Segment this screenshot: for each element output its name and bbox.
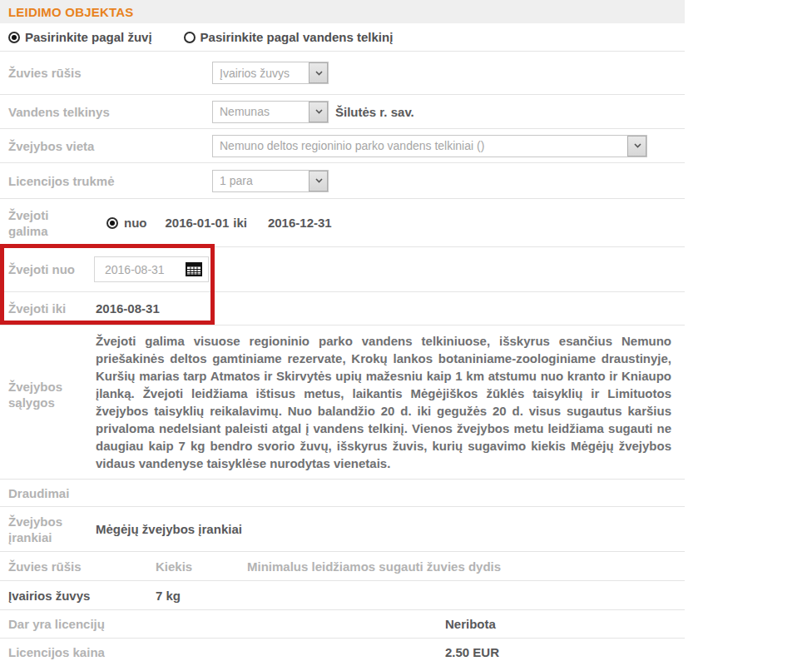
fishing-place-value: Nemuno deltos regioninio parko vandens t… (213, 136, 627, 157)
radio-selected-icon[interactable] (8, 32, 20, 43)
prohibitions-row: Draudimai (0, 480, 685, 507)
fish-species-row: Žuvies rūšis Įvairios žuvys (0, 52, 685, 95)
fishing-from-input[interactable] (105, 263, 181, 276)
prohibitions-label: Draudimai (8, 485, 69, 501)
section-header: LEIDIMO OBJEKTAS (0, 0, 685, 23)
catch-col-species: Žuvies rūšis (8, 559, 156, 574)
fishing-from-field[interactable] (94, 256, 209, 282)
selection-mode-row: Pasirinkite pagal žuvį Pasirinkite pagal… (0, 23, 685, 52)
fishing-from-label: Žvejoti nuo (8, 261, 87, 277)
catch-species-value: Įvairios žuvys (8, 589, 156, 603)
water-body-row: Vandens telkinys Nemunas Šilutės r. sav. (0, 95, 685, 129)
chevron-down-icon[interactable] (309, 62, 328, 83)
radio-unselected-icon[interactable] (184, 32, 196, 43)
gear-row: Žvejybos įrankiai Mėgėjų žvejybos įranki… (0, 507, 685, 552)
license-duration-label: Licencijos trukmė (8, 173, 212, 189)
radio-by-water-label: Pasirinkite pagal vandens telkinį (201, 30, 394, 44)
fishing-place-select[interactable]: Nemuno deltos regioninio parko vandens t… (212, 135, 647, 157)
license-duration-row: Licencijos trukmė 1 para (0, 163, 685, 199)
municipality-note: Šilutės r. sav. (335, 105, 414, 119)
water-body-select[interactable]: Nemunas (212, 101, 329, 123)
fish-species-value: Įvairios žuvys (213, 62, 309, 83)
allowed-date-separator: iki (233, 216, 247, 230)
fishing-place-row: Žvejybos vieta Nemuno deltos regioninio … (0, 129, 685, 163)
catch-table-header: Žuvies rūšis Kiekis Minimalus leidžiamos… (0, 552, 685, 581)
radio-by-fish-label: Pasirinkite pagal žuvį (25, 30, 152, 44)
license-duration-select[interactable]: 1 para (212, 170, 329, 192)
allowed-date-to: 2016-12-31 (268, 216, 332, 230)
fishing-from-row: Žvejoti nuo (0, 247, 685, 292)
license-price-label: Licencijos kaina (8, 644, 445, 660)
fishing-place-label: Žvejybos vieta (8, 138, 212, 154)
fishing-to-value: 2016-08-31 (96, 301, 160, 316)
chevron-down-icon[interactable] (309, 102, 328, 122)
fish-species-select[interactable]: Įvairios žuvys (212, 62, 329, 84)
license-price-value: 2.50 EUR (445, 645, 499, 659)
catch-col-minsize: Minimalus leidžiamos sugauti žuvies dydi… (247, 559, 685, 574)
catch-col-amount: Kiekis (156, 559, 247, 574)
nuo-radio[interactable] (106, 217, 118, 229)
radio-by-fish[interactable]: Pasirinkite pagal žuvį (8, 30, 152, 44)
conditions-row: Žvejybos sąlygos Žvejoti galima visuose … (0, 326, 685, 480)
chevron-down-icon[interactable] (627, 136, 646, 157)
fishing-allowed-row: Žvejoti galima nuo 2016-01-01 iki 2016-1… (0, 199, 685, 247)
catch-table-row: Įvairios žuvys 7 kg (0, 581, 685, 610)
chevron-down-icon[interactable] (309, 171, 328, 191)
licenses-left-label: Dar yra licencijų (8, 616, 445, 632)
licenses-left-row: Dar yra licencijų Neribota (0, 610, 685, 639)
catch-amount-value: 7 kg (156, 589, 247, 603)
water-body-value: Nemunas (213, 102, 309, 122)
license-price-row: Licencijos kaina 2.50 EUR (0, 639, 685, 666)
radio-by-water[interactable]: Pasirinkite pagal vandens telkinį (184, 30, 394, 44)
conditions-label: Žvejybos sąlygos (8, 379, 87, 410)
page-title: LEIDIMO OBJEKTAS (8, 5, 133, 19)
nuo-radio-label: nuo (124, 216, 147, 230)
fishing-to-row: Žvejoti iki 2016-08-31 (0, 292, 685, 326)
conditions-text: Žvejoti galima visuose regioninio parko … (96, 332, 671, 472)
fish-species-label: Žuvies rūšis (8, 65, 212, 81)
fishing-to-label: Žvejoti iki (8, 301, 87, 316)
gear-value: Mėgėjų žvejybos įrankiai (96, 522, 242, 536)
fishing-allowed-label: Žvejoti galima (8, 207, 87, 239)
calendar-icon[interactable] (185, 261, 203, 277)
allowed-date-from: 2016-01-01 (166, 216, 230, 230)
water-body-label: Vandens telkinys (8, 104, 212, 120)
gear-label: Žvejybos įrankiai (8, 514, 87, 545)
license-object-panel: LEIDIMO OBJEKTAS Pasirinkite pagal žuvį … (0, 0, 685, 666)
licenses-left-value: Neribota (445, 617, 496, 631)
license-duration-value: 1 para (213, 171, 309, 191)
